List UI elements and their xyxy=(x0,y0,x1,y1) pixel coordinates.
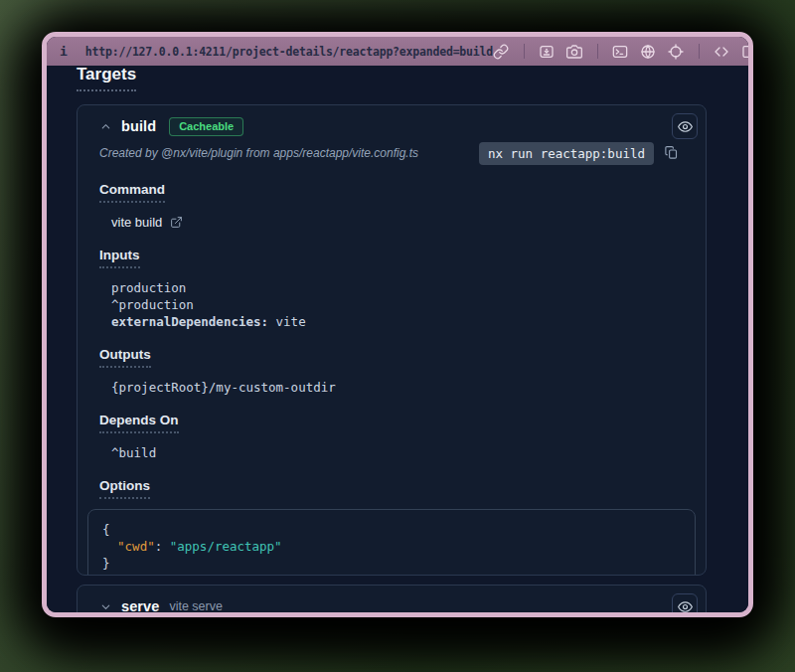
section-options: Options { "cwd": "apps/reactapp" } xyxy=(99,476,684,576)
camera-icon[interactable] xyxy=(566,43,583,60)
copy-icon[interactable] xyxy=(664,145,680,161)
input-item: production xyxy=(111,279,684,296)
input-item: ^production xyxy=(111,296,684,313)
section-outputs: Outputs {projectRoot}/my-custom-outdir xyxy=(99,345,684,396)
run-command-chip: nx run reactapp:build xyxy=(479,142,654,165)
info-icon: i xyxy=(60,44,68,59)
input-item: externalDependencies: vite xyxy=(111,313,684,330)
link-icon[interactable] xyxy=(493,43,510,60)
target-card-serve: serve vite serve xyxy=(77,585,707,612)
view-target-button[interactable] xyxy=(672,113,698,139)
output-item: {projectRoot}/my-custom-outdir xyxy=(111,379,684,396)
section-depends-on-heading: Depends On xyxy=(99,413,179,433)
titlebar-separator xyxy=(699,44,700,59)
target-name: serve xyxy=(121,598,159,612)
external-link-icon[interactable] xyxy=(170,216,184,230)
section-command-heading: Command xyxy=(99,182,165,203)
section-inputs: Inputs production ^production externalDe… xyxy=(99,246,684,330)
crosshair-icon[interactable] xyxy=(668,43,685,60)
globe-icon[interactable] xyxy=(640,43,657,60)
titlebar-separator xyxy=(524,44,525,59)
json-line: } xyxy=(102,555,681,572)
titlebar: i http://127.0.0.1:4211/project-details/… xyxy=(47,37,748,66)
project-details-page: Targets build Cacheable Created by @nx/v… xyxy=(47,66,748,612)
cacheable-badge[interactable]: Cacheable xyxy=(169,117,243,136)
created-by-text: Created by @nx/vite/plugin from apps/rea… xyxy=(99,146,418,160)
save-icon[interactable] xyxy=(539,43,556,60)
code-icon[interactable] xyxy=(714,43,730,60)
titlebar-actions xyxy=(493,43,753,60)
command-value: vite build xyxy=(111,214,162,231)
address-url[interactable]: http://127.0.0.1:4211/project-details/re… xyxy=(85,45,493,59)
depends-on-item: ^build xyxy=(111,444,684,461)
options-json-block: { "cwd": "apps/reactapp" } xyxy=(87,509,696,576)
run-command-group: nx run reactapp:build xyxy=(479,142,680,165)
eye-icon xyxy=(678,119,693,134)
json-line: { xyxy=(102,521,681,538)
target-serve-header[interactable]: serve vite serve xyxy=(99,593,684,612)
titlebar-separator xyxy=(597,44,598,59)
view-target-button[interactable] xyxy=(672,593,698,612)
browser-window: i http://127.0.0.1:4211/project-details/… xyxy=(42,32,753,617)
target-build-header[interactable]: build Cacheable xyxy=(99,113,684,139)
section-inputs-heading: Inputs xyxy=(99,248,140,268)
target-name: build xyxy=(121,118,156,134)
section-outputs-heading: Outputs xyxy=(99,347,151,368)
target-card-build: build Cacheable Created by @nx/vite/plug… xyxy=(77,104,707,576)
section-options-heading: Options xyxy=(99,478,150,499)
chevron-down-icon[interactable] xyxy=(99,600,112,613)
page-title: Targets xyxy=(77,66,136,91)
chevron-up-icon[interactable] xyxy=(99,120,112,133)
json-line: "cwd": "apps/reactapp" xyxy=(102,538,681,555)
target-subtitle: vite serve xyxy=(169,599,223,612)
split-view-icon[interactable] xyxy=(741,43,753,60)
section-depends-on: Depends On ^build xyxy=(99,411,684,461)
section-command: Command vite build xyxy=(99,180,684,231)
eye-icon xyxy=(678,599,693,613)
terminal-icon[interactable] xyxy=(612,43,629,60)
created-by-row: Created by @nx/vite/plugin from apps/rea… xyxy=(99,141,684,165)
